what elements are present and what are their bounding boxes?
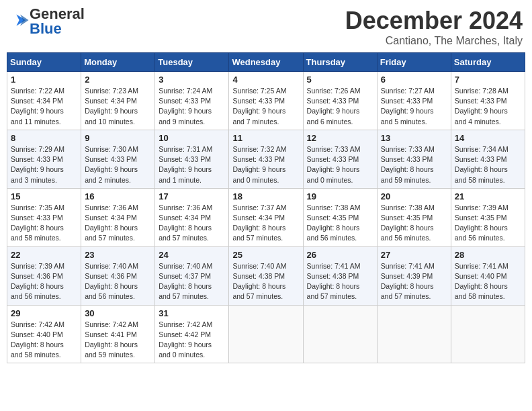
day-info: Sunrise: 7:42 AMSunset: 4:40 PMDaylight:…: [11, 320, 77, 361]
weekday-header-saturday: Saturday: [451, 53, 525, 72]
calendar-table: SundayMondayTuesdayWednesdayThursdayFrid…: [7, 52, 525, 363]
calendar-cell: 26Sunrise: 7:41 AMSunset: 4:38 PMDayligh…: [303, 246, 377, 305]
calendar-cell: [303, 305, 377, 363]
calendar-week-1: 1Sunrise: 7:22 AMSunset: 4:34 PMDaylight…: [7, 72, 525, 130]
day-number: 26: [307, 250, 373, 260]
day-number: 31: [159, 308, 225, 318]
calendar-cell: 10Sunrise: 7:31 AMSunset: 4:33 PMDayligh…: [155, 130, 229, 188]
calendar-week-4: 22Sunrise: 7:39 AMSunset: 4:36 PMDayligh…: [7, 246, 525, 305]
day-info: Sunrise: 7:30 AMSunset: 4:33 PMDaylight:…: [85, 144, 151, 185]
day-info: Sunrise: 7:34 AMSunset: 4:33 PMDaylight:…: [455, 144, 521, 185]
calendar-cell: 15Sunrise: 7:35 AMSunset: 4:33 PMDayligh…: [7, 188, 81, 246]
title-block: December 2024 Cantiano, The Marches, Ita…: [345, 7, 523, 47]
day-info: Sunrise: 7:36 AMSunset: 4:34 PMDaylight:…: [159, 203, 225, 244]
calendar-cell: 29Sunrise: 7:42 AMSunset: 4:40 PMDayligh…: [7, 305, 81, 363]
day-info: Sunrise: 7:24 AMSunset: 4:33 PMDaylight:…: [159, 86, 225, 127]
calendar-body: 1Sunrise: 7:22 AMSunset: 4:34 PMDaylight…: [7, 72, 525, 363]
calendar-cell: 12Sunrise: 7:33 AMSunset: 4:33 PMDayligh…: [303, 130, 377, 188]
calendar-cell: 11Sunrise: 7:32 AMSunset: 4:33 PMDayligh…: [229, 130, 303, 188]
day-info: Sunrise: 7:33 AMSunset: 4:33 PMDaylight:…: [381, 144, 447, 185]
day-number: 17: [159, 191, 225, 201]
day-number: 10: [159, 133, 225, 143]
calendar-cell: 5Sunrise: 7:26 AMSunset: 4:33 PMDaylight…: [303, 72, 377, 130]
calendar-cell: 4Sunrise: 7:25 AMSunset: 4:33 PMDaylight…: [229, 72, 303, 130]
calendar-cell: 16Sunrise: 7:36 AMSunset: 4:34 PMDayligh…: [81, 188, 155, 246]
day-number: 7: [455, 75, 521, 85]
day-number: 30: [85, 308, 151, 318]
day-number: 24: [159, 250, 225, 260]
day-number: 12: [307, 133, 373, 143]
day-info: Sunrise: 7:41 AMSunset: 4:40 PMDaylight:…: [455, 261, 521, 302]
logo: GeneralBlue: [9, 7, 85, 36]
day-info: Sunrise: 7:40 AMSunset: 4:37 PMDaylight:…: [159, 261, 225, 302]
calendar-cell: 27Sunrise: 7:41 AMSunset: 4:39 PMDayligh…: [377, 246, 451, 305]
day-number: 2: [85, 75, 151, 85]
day-number: 6: [381, 75, 447, 85]
calendar-cell: 2Sunrise: 7:23 AMSunset: 4:34 PMDaylight…: [81, 72, 155, 130]
logo-text: GeneralBlue: [30, 7, 85, 36]
calendar-cell: 6Sunrise: 7:27 AMSunset: 4:33 PMDaylight…: [377, 72, 451, 130]
day-number: 19: [307, 191, 373, 201]
calendar-cell: 28Sunrise: 7:41 AMSunset: 4:40 PMDayligh…: [451, 246, 525, 305]
day-info: Sunrise: 7:39 AMSunset: 4:35 PMDaylight:…: [455, 203, 521, 244]
day-info: Sunrise: 7:27 AMSunset: 4:33 PMDaylight:…: [381, 86, 447, 127]
day-info: Sunrise: 7:39 AMSunset: 4:36 PMDaylight:…: [11, 261, 77, 302]
day-info: Sunrise: 7:22 AMSunset: 4:34 PMDaylight:…: [11, 86, 77, 127]
calendar-cell: 20Sunrise: 7:38 AMSunset: 4:35 PMDayligh…: [377, 188, 451, 246]
day-info: Sunrise: 7:28 AMSunset: 4:33 PMDaylight:…: [455, 86, 521, 127]
day-number: 23: [85, 250, 151, 260]
day-number: 4: [232, 75, 299, 85]
calendar-cell: [229, 305, 303, 363]
day-info: Sunrise: 7:31 AMSunset: 4:33 PMDaylight:…: [159, 144, 225, 185]
calendar-cell: 17Sunrise: 7:36 AMSunset: 4:34 PMDayligh…: [155, 188, 229, 246]
day-number: 27: [381, 250, 447, 260]
day-info: Sunrise: 7:41 AMSunset: 4:39 PMDaylight:…: [381, 261, 447, 302]
day-number: 5: [307, 75, 373, 85]
day-number: 25: [232, 250, 299, 260]
calendar-cell: 25Sunrise: 7:40 AMSunset: 4:38 PMDayligh…: [229, 246, 303, 305]
day-info: Sunrise: 7:36 AMSunset: 4:34 PMDaylight:…: [85, 203, 151, 244]
day-number: 15: [11, 191, 77, 201]
calendar-cell: 23Sunrise: 7:40 AMSunset: 4:36 PMDayligh…: [81, 246, 155, 305]
day-number: 28: [455, 250, 521, 260]
calendar-cell: 14Sunrise: 7:34 AMSunset: 4:33 PMDayligh…: [451, 130, 525, 188]
page-header: GeneralBlue December 2024 Cantiano, The …: [7, 7, 525, 47]
calendar-cell: 7Sunrise: 7:28 AMSunset: 4:33 PMDaylight…: [451, 72, 525, 130]
day-number: 18: [232, 191, 299, 201]
day-info: Sunrise: 7:23 AMSunset: 4:34 PMDaylight:…: [85, 86, 151, 127]
calendar-cell: 19Sunrise: 7:38 AMSunset: 4:35 PMDayligh…: [303, 188, 377, 246]
day-info: Sunrise: 7:42 AMSunset: 4:42 PMDaylight:…: [159, 320, 225, 361]
day-number: 22: [11, 250, 77, 260]
calendar-cell: 9Sunrise: 7:30 AMSunset: 4:33 PMDaylight…: [81, 130, 155, 188]
day-info: Sunrise: 7:38 AMSunset: 4:35 PMDaylight:…: [307, 203, 373, 244]
day-info: Sunrise: 7:29 AMSunset: 4:33 PMDaylight:…: [11, 144, 77, 185]
day-number: 21: [455, 191, 521, 201]
calendar-cell: 31Sunrise: 7:42 AMSunset: 4:42 PMDayligh…: [155, 305, 229, 363]
calendar-cell: [451, 305, 525, 363]
calendar-cell: 24Sunrise: 7:40 AMSunset: 4:37 PMDayligh…: [155, 246, 229, 305]
day-info: Sunrise: 7:40 AMSunset: 4:38 PMDaylight:…: [232, 261, 299, 302]
calendar-week-3: 15Sunrise: 7:35 AMSunset: 4:33 PMDayligh…: [7, 188, 525, 246]
day-info: Sunrise: 7:41 AMSunset: 4:38 PMDaylight:…: [307, 261, 373, 302]
day-info: Sunrise: 7:33 AMSunset: 4:33 PMDaylight:…: [307, 144, 373, 185]
location-title: Cantiano, The Marches, Italy: [345, 35, 523, 47]
calendar-cell: 22Sunrise: 7:39 AMSunset: 4:36 PMDayligh…: [7, 246, 81, 305]
day-info: Sunrise: 7:25 AMSunset: 4:33 PMDaylight:…: [232, 86, 299, 127]
day-info: Sunrise: 7:35 AMSunset: 4:33 PMDaylight:…: [11, 203, 77, 244]
day-info: Sunrise: 7:40 AMSunset: 4:36 PMDaylight:…: [85, 261, 151, 302]
calendar-cell: 13Sunrise: 7:33 AMSunset: 4:33 PMDayligh…: [377, 130, 451, 188]
weekday-header-friday: Friday: [377, 53, 451, 72]
day-number: 8: [11, 133, 77, 143]
calendar-cell: 30Sunrise: 7:42 AMSunset: 4:41 PMDayligh…: [81, 305, 155, 363]
calendar-cell: 3Sunrise: 7:24 AMSunset: 4:33 PMDaylight…: [155, 72, 229, 130]
calendar-cell: 18Sunrise: 7:37 AMSunset: 4:34 PMDayligh…: [229, 188, 303, 246]
weekday-header-tuesday: Tuesday: [155, 53, 229, 72]
day-number: 9: [85, 133, 151, 143]
day-number: 16: [85, 191, 151, 201]
calendar-week-2: 8Sunrise: 7:29 AMSunset: 4:33 PMDaylight…: [7, 130, 525, 188]
weekday-header-thursday: Thursday: [303, 53, 377, 72]
weekday-header-wednesday: Wednesday: [229, 53, 303, 72]
weekday-header-sunday: Sunday: [7, 53, 81, 72]
day-info: Sunrise: 7:42 AMSunset: 4:41 PMDaylight:…: [85, 320, 151, 361]
day-number: 14: [455, 133, 521, 143]
